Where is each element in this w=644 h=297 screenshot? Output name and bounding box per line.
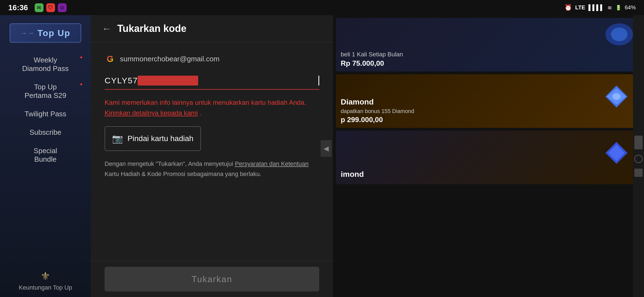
right-panel: beli 1 Kali Setiap Bulan Rp 75.000,00 Di…	[333, 15, 644, 297]
nav-indicator-2	[634, 155, 643, 163]
battery-icon: 🔋	[615, 5, 621, 11]
redacted-overlay	[138, 76, 198, 86]
product-2-price: p 299.000,00	[341, 116, 636, 124]
main-content: ← Tukarkan kode G summonerchobear@gmail.…	[91, 15, 333, 297]
sidebar-item-label: Subscribe	[29, 128, 61, 136]
product-3-name: imond	[341, 170, 636, 179]
topup-label: Top Up	[37, 28, 70, 38]
code-input[interactable]	[105, 72, 319, 89]
right-panel-arrow[interactable]: ◀	[321, 140, 332, 157]
error-text: Kami memerlukan info lainnya untuk menuk…	[105, 99, 306, 106]
product-1-price: Rp 75.000,00	[341, 59, 636, 68]
scan-button[interactable]: 📷 Pindai kartu hadiah	[105, 126, 201, 151]
app-icons: ✉ 🛡 ⊙	[35, 3, 67, 12]
app-icon-3: ⊙	[58, 3, 67, 12]
submit-label: Tukarkan	[192, 274, 232, 284]
topup-button[interactable]: Top Up	[10, 23, 81, 43]
signal-icon: ▌▌▌▌	[588, 4, 604, 11]
wifi-icon: ≋	[607, 4, 612, 11]
sidebar-item-label: Top Up Pertama S29	[24, 83, 66, 100]
sidebar-item-label: Weekly Diamond Pass	[22, 56, 69, 73]
product-card-2[interactable]: Diamond dapatkan bonus 155 Diamond p 299…	[336, 74, 641, 128]
sidebar: Top Up Weekly Diamond Pass Top Up Pertam…	[0, 15, 91, 297]
terms-link[interactable]: Persyaratan dan Ketentuan	[235, 160, 309, 167]
sidebar-item-label: Special Bundle	[34, 147, 57, 163]
error-end: .	[200, 109, 202, 117]
text-cursor	[318, 76, 319, 86]
product-image-1	[603, 21, 636, 49]
status-bar: 16:36 ✉ 🛡 ⊙ ⏰ LTE ▌▌▌▌ ≋ 🔋 64%	[0, 0, 644, 15]
sidebar-item-topup-pertama[interactable]: Top Up Pertama S29	[0, 78, 91, 105]
nav-indicator-1	[634, 136, 643, 149]
page-title: Tukarkan kode	[117, 23, 186, 34]
sidebar-item-subscribe[interactable]: Subscribe	[0, 123, 91, 142]
error-link[interactable]: Kirimkan detailnya kepada kami	[105, 109, 198, 117]
terms-text: Dengan mengetuk "Tukarkan", Anda menyetu…	[105, 159, 311, 179]
page-header: ← Tukarkan kode	[91, 15, 333, 42]
product-card-1[interactable]: beli 1 Kali Setiap Bulan Rp 75.000,00	[336, 18, 641, 72]
terms-prefix: Dengan mengetuk "Tukarkan", Anda menyetu…	[105, 160, 233, 167]
app-icon-2: 🛡	[46, 3, 55, 12]
app-icon-1: ✉	[35, 3, 43, 12]
submit-area: Tukarkan	[91, 261, 333, 297]
svg-marker-6	[608, 145, 625, 161]
lte-icon: LTE	[575, 4, 585, 11]
sidebar-bottom[interactable]: ⚜ Keuntungan Top Up	[0, 264, 91, 297]
keuntungan-icon: ⚜	[40, 270, 50, 282]
sidebar-item-weekly-diamond[interactable]: Weekly Diamond Pass	[0, 51, 91, 78]
form-area: G summonerchobear@gmail.com Kami memerlu…	[91, 42, 333, 261]
alarm-icon: ⏰	[564, 4, 572, 11]
code-input-wrapper[interactable]	[105, 72, 319, 90]
product-1-tag: beli 1 Kali Setiap Bulan	[341, 51, 636, 58]
svg-point-1	[611, 28, 627, 41]
scan-button-label: Pindai kartu hadiah	[127, 134, 193, 143]
error-message: Kami memerlukan info lainnya untuk menuk…	[105, 97, 319, 119]
sidebar-item-twilight-pass[interactable]: Twilight Pass	[0, 105, 91, 123]
terms-suffix: Kartu Hadiah & Kode Promosi sebagaimana …	[105, 170, 261, 177]
keuntungan-label: Keuntungan Top Up	[19, 284, 72, 291]
sidebar-item-label: Twilight Pass	[24, 110, 66, 118]
camera-icon: 📷	[112, 133, 123, 144]
product-2-bonus: dapatkan bonus 155 Diamond	[341, 108, 636, 114]
product-list: beli 1 Kali Setiap Bulan Rp 75.000,00 Di…	[333, 15, 644, 187]
battery-percent: 64%	[625, 4, 636, 11]
status-icons: ⏰ LTE ▌▌▌▌ ≋ 🔋 64%	[564, 4, 636, 11]
product-2-name: Diamond	[341, 98, 636, 106]
submit-button[interactable]: Tukarkan	[105, 267, 319, 292]
back-button[interactable]: ←	[102, 24, 112, 34]
google-email: summonerchobear@gmail.com	[120, 55, 220, 63]
product-card-3[interactable]: imond	[336, 131, 641, 184]
sidebar-item-special-bundle[interactable]: Special Bundle	[0, 142, 91, 169]
google-icon: G	[105, 53, 116, 64]
google-account: G summonerchobear@gmail.com	[105, 53, 319, 64]
status-time: 16:36	[8, 3, 28, 12]
